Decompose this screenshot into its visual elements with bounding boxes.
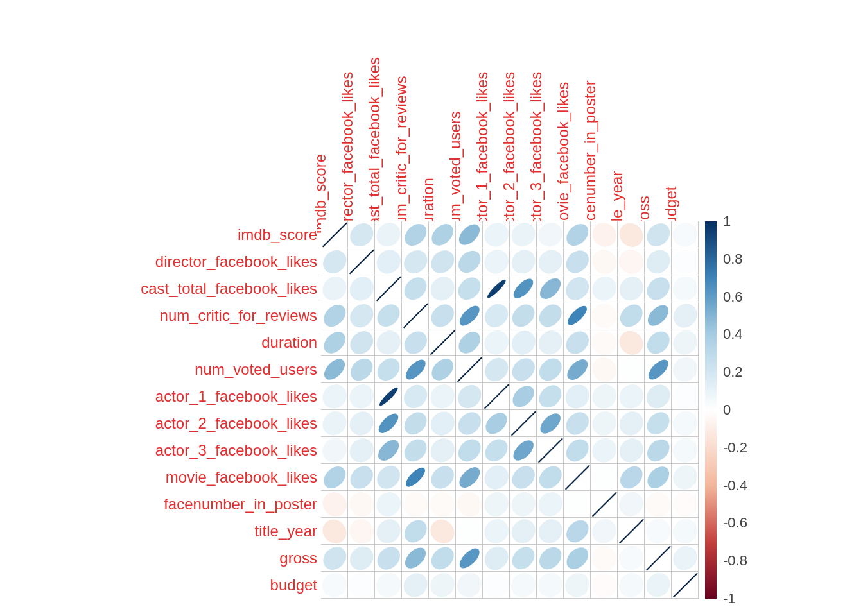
corr-cell [375,491,402,518]
corr-ellipse [563,355,591,383]
corr-ellipse [345,434,378,467]
corr-ellipse [455,463,483,491]
colorbar-tick-label: -0.8 [723,554,747,568]
corr-ellipse [372,300,404,331]
corr-cell [510,248,537,275]
corr-ellipse [375,410,401,436]
corr-ellipse [507,515,540,548]
corr-cell [321,410,348,437]
corr-ellipse [564,303,589,328]
corr-ellipse [317,433,351,467]
diagonal-line [376,276,400,300]
corr-cell [429,356,456,383]
corr-ellipse [482,409,511,438]
corr-cell [618,302,645,329]
corr-ellipse [615,434,648,467]
corr-cell [645,329,672,356]
corr-ellipse [320,355,349,384]
corr-ellipse [372,461,405,493]
corr-ellipse [614,541,649,576]
corr-ellipse [400,219,430,250]
corr-cell [672,545,699,572]
corr-cell [618,329,645,356]
corr-cell [483,248,510,275]
corr-cell [645,518,672,545]
row-label: duration [0,335,317,350]
corr-cell [483,437,510,464]
corr-cell [672,572,699,599]
row-label: actor_2_facebook_likes [0,416,317,431]
corr-ellipse [613,352,648,386]
corr-ellipse [378,386,399,407]
corr-ellipse [451,513,486,548]
corr-ellipse [372,326,405,359]
corr-ellipse [641,568,674,601]
corr-ellipse [456,302,482,329]
corr-cell [537,221,564,248]
column-label: cast_total_facebook_likes [367,57,382,234]
corr-cell [591,248,618,275]
corr-ellipse [485,278,507,299]
row-label: director_facebook_likes [0,254,317,270]
corr-ellipse [668,433,702,468]
corr-ellipse [668,541,701,574]
diagonal-line [484,384,508,408]
corr-cell [672,302,699,329]
corr-cell [483,329,510,356]
corr-cell [537,248,564,275]
corr-ellipse [615,218,648,252]
column-label: actor_1_facebook_likes [475,72,490,234]
corr-cell [483,383,510,410]
corr-ellipse [344,514,379,549]
corr-cell [591,329,618,356]
corr-cell [483,275,510,302]
corr-cell [348,221,375,248]
corr-ellipse [479,244,513,278]
corr-cell [645,572,672,599]
corr-cell [348,545,375,572]
corr-cell [672,491,699,518]
corr-ellipse [371,218,405,251]
corr-cell [672,329,699,356]
corr-cell [564,410,591,437]
corr-cell [429,275,456,302]
corr-ellipse [642,407,674,439]
corr-cell [402,545,429,572]
corr-ellipse [427,354,457,384]
corr-ellipse [506,487,540,521]
row-label: num_critic_for_reviews [0,308,317,323]
corr-cell [456,356,483,383]
column-label: facenumber_in_poster [582,80,598,234]
corr-ellipse [534,461,565,492]
corr-ellipse [641,487,676,522]
corr-cell [348,356,375,383]
corr-cell [483,356,510,383]
corr-ellipse [426,300,458,331]
corr-ellipse [507,461,539,493]
colorbar-tick-label: -0.2 [723,441,747,455]
corr-cell [537,356,564,383]
corr-ellipse [399,515,430,546]
corr-ellipse [480,542,512,574]
corr-ellipse [535,543,566,574]
column-label: num_voted_users [448,111,463,234]
corr-ellipse [534,515,567,548]
corr-ellipse [534,354,565,384]
corr-ellipse [509,436,536,463]
corr-ellipse [668,514,702,549]
corr-cell [645,221,672,248]
corr-cell [321,329,348,356]
corr-cell [429,518,456,545]
corr-ellipse [479,514,513,548]
corr-ellipse [372,542,404,574]
corr-ellipse [372,245,405,278]
corr-cell [591,518,618,545]
corr-ellipse [319,327,349,357]
corr-ellipse [562,219,592,250]
corr-ellipse [507,245,540,278]
corr-ellipse [479,218,513,252]
diagonal-line [349,249,373,273]
corr-cell [402,410,429,437]
corr-cell [375,545,402,572]
corr-cell [537,383,564,410]
